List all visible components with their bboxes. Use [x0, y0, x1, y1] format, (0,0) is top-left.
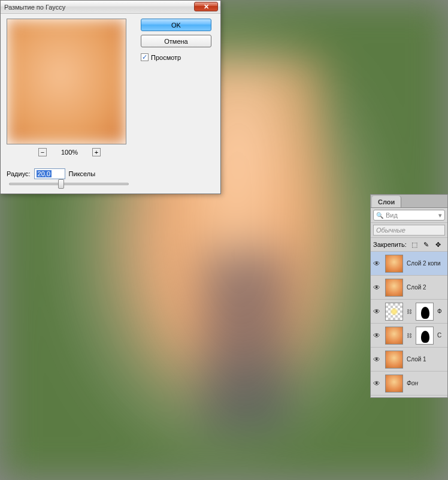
mask-link-icon[interactable]: ⛓ — [407, 309, 412, 315]
layer-thumbnail[interactable] — [385, 327, 403, 345]
check-icon: ✓ — [142, 53, 147, 61]
zoom-percentage: 100% — [61, 149, 78, 156]
layer-name-label: Ф — [437, 308, 442, 315]
cancel-button[interactable]: Отмена — [141, 35, 211, 47]
zoom-in-button[interactable]: + — [92, 148, 101, 156]
tab-layers[interactable]: Слои — [372, 196, 401, 207]
layer-item[interactable]: 👁Слой 1 — [371, 348, 447, 372]
zoom-controls: − 100% + — [7, 148, 132, 156]
dropdown-icon: ▾ — [438, 212, 442, 219]
visibility-eye-icon[interactable]: 👁 — [373, 307, 382, 316]
blend-mode-value: Обычные — [376, 227, 405, 234]
lock-label: Закрепить: — [373, 241, 407, 248]
panel-tab-bar: Слои — [371, 195, 447, 208]
zoom-out-button[interactable]: − — [38, 148, 47, 156]
layer-thumbnail[interactable] — [385, 303, 403, 321]
layer-item[interactable]: 👁⛓Ф — [371, 300, 447, 324]
preview-image — [7, 19, 126, 144]
layer-item[interactable]: 👁Слой 2 — [371, 276, 447, 300]
radius-label: Радиус: — [7, 170, 31, 177]
dialog-title: Размытие по Гауссу — [4, 4, 65, 11]
preview-checkbox-row: ✓ Просмотр — [141, 53, 214, 61]
layer-kind-filter[interactable]: 🔍 Вид ▾ — [373, 210, 445, 221]
visibility-eye-icon[interactable]: 👁 — [373, 355, 382, 364]
layer-item[interactable]: 👁Слой 2 копи — [371, 252, 447, 276]
layer-name-label: Слой 2 копи — [407, 260, 440, 267]
radius-value: 20,0 — [37, 170, 52, 177]
layer-kind-label: Вид — [386, 212, 398, 219]
layer-name-label: Слой 2 — [407, 284, 426, 291]
visibility-eye-icon[interactable]: 👁 — [373, 379, 382, 388]
layer-name-label: Фон — [407, 380, 418, 387]
controls-column: OK Отмена ✓ Просмотр — [132, 19, 214, 156]
layer-mask-thumbnail[interactable] — [416, 303, 434, 321]
tab-layers-label: Слои — [378, 198, 395, 206]
minus-icon: − — [41, 149, 44, 156]
lock-brush-icon[interactable]: ✎ — [422, 240, 431, 249]
layers-panel: Слои 🔍 Вид ▾ Обычные Закрепить: ⬚ ✎ ✥ 👁С… — [370, 194, 448, 398]
layer-name-label: Слой 1 — [407, 356, 426, 363]
gaussian-blur-dialog: Размытие по Гауссу ✕ − 100% + OK Отмена — [0, 0, 221, 194]
radius-slider-track[interactable] — [9, 183, 129, 185]
preview-checkbox[interactable]: ✓ — [141, 53, 149, 61]
visibility-eye-icon[interactable]: 👁 — [373, 331, 382, 340]
mask-link-icon[interactable]: ⛓ — [407, 333, 412, 339]
dialog-body: − 100% + OK Отмена ✓ Просмотр — [1, 14, 220, 161]
ok-label: OK — [171, 22, 181, 29]
plus-icon: + — [95, 149, 98, 156]
dialog-titlebar[interactable]: Размытие по Гауссу ✕ — [1, 1, 220, 14]
layer-name-label: С — [437, 332, 441, 339]
lock-pixels-icon[interactable]: ⬚ — [410, 240, 419, 249]
lock-move-icon[interactable]: ✥ — [434, 240, 443, 249]
layer-thumbnail[interactable] — [385, 279, 403, 297]
layer-item[interactable]: 👁Фон — [371, 372, 447, 396]
search-icon: 🔍 — [376, 212, 383, 219]
layer-mask-thumbnail[interactable] — [416, 327, 434, 345]
cancel-label: Отмена — [164, 38, 187, 45]
radius-input[interactable]: 20,0 — [34, 168, 65, 179]
layer-filter-row: 🔍 Вид ▾ — [371, 208, 447, 223]
blend-mode-select[interactable]: Обычные — [373, 225, 445, 236]
preview-box[interactable] — [7, 19, 126, 144]
visibility-eye-icon[interactable]: 👁 — [373, 259, 382, 268]
radius-row: Радиус: 20,0 Пикселы — [7, 168, 95, 179]
layer-list: 👁Слой 2 копи👁Слой 2👁⛓Ф👁⛓С👁Слой 1👁Фон — [371, 252, 447, 396]
radius-slider-thumb[interactable] — [58, 179, 64, 189]
close-icon: ✕ — [204, 3, 209, 11]
preview-column: − 100% + — [7, 19, 132, 156]
layer-thumbnail[interactable] — [385, 375, 403, 393]
lock-row: Закрепить: ⬚ ✎ ✥ — [371, 238, 447, 252]
visibility-eye-icon[interactable]: 👁 — [373, 283, 382, 292]
layer-item[interactable]: 👁⛓С — [371, 324, 447, 348]
layer-thumbnail[interactable] — [385, 255, 403, 273]
preview-checkbox-label: Просмотр — [151, 54, 181, 61]
radius-units-label: Пикселы — [69, 170, 96, 177]
blend-mode-row: Обычные — [371, 223, 447, 238]
close-button[interactable]: ✕ — [194, 2, 218, 11]
layer-thumbnail[interactable] — [385, 351, 403, 369]
ok-button[interactable]: OK — [141, 19, 211, 31]
